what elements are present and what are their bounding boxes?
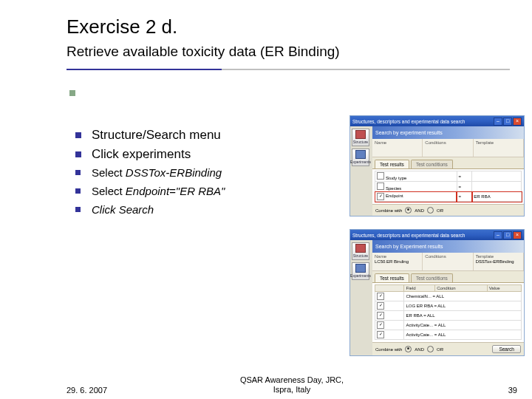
window-titlebar: Structures, descriptors and experimental… xyxy=(350,116,524,126)
minimize-icon: – xyxy=(494,231,502,239)
radio-or xyxy=(427,346,434,352)
radio-or xyxy=(427,207,434,214)
sidebar-structure: Structure xyxy=(352,242,369,260)
minimize-icon: – xyxy=(494,117,502,126)
list-item-emphasis: Click Search xyxy=(92,203,154,216)
tabstrip: Test results Test conditions xyxy=(372,271,524,282)
screenshot-2: Structures, descriptors and experimental… xyxy=(349,229,525,356)
tabstrip: Test results Test conditions xyxy=(372,157,524,168)
list-item-text: Select xyxy=(92,166,126,179)
grid-footer: Combine with AND OR Search xyxy=(372,342,524,355)
beaker-icon xyxy=(355,264,366,273)
tab-test-conditions: Test conditions xyxy=(411,160,453,168)
bullet-list-main: Structure/Search menu Click experiments xyxy=(74,127,303,163)
flask-icon xyxy=(355,130,366,139)
section-banner: Search by Experiment results xyxy=(372,240,524,253)
field-row: Name Conditions Template xyxy=(372,139,524,157)
highlighted-row: ✓Endpoint=ER RBA xyxy=(375,192,522,202)
list-item: Click Search xyxy=(74,202,303,216)
close-icon: × xyxy=(513,231,522,239)
tab-test-results: Test results xyxy=(375,160,409,168)
window-title: Structures, descriptors and experimental… xyxy=(352,233,465,238)
slide-subtitle: Retrieve available toxicity data (ER Bin… xyxy=(66,43,510,61)
footer-date: 29. 6. 2007 xyxy=(66,386,107,395)
flask-icon xyxy=(355,244,366,253)
search-button: Search xyxy=(492,345,521,353)
list-item-text: Select xyxy=(92,185,126,197)
window-title: Structures, descriptors and experimental… xyxy=(352,119,465,124)
list-item: Click experiments xyxy=(74,146,303,163)
sidebar: Structure Experiments xyxy=(350,126,372,216)
page-number: 39 xyxy=(508,386,517,395)
list-item-emphasis: DSSTox-ERBinding xyxy=(126,166,222,179)
radio-and xyxy=(405,207,412,214)
list-item: Structure/Search menu xyxy=(74,127,303,143)
maximize-icon: □ xyxy=(503,117,512,126)
list-item-emphasis: Endpoint="ER RBA" xyxy=(126,185,225,197)
footer-event: QSAR Awareness Day, JRC,Ispra, Italy xyxy=(203,375,381,395)
field-row: NameLC50.ER Binding Conditions TemplateD… xyxy=(372,253,524,271)
combine-label: Combine with xyxy=(375,208,402,213)
list-item: Select Endpoint="ER RBA" xyxy=(74,184,303,198)
results-grid: Study type= Species= ✓Endpoint=ER RBA xyxy=(372,168,524,204)
beaker-icon xyxy=(355,150,366,159)
radio-and xyxy=(405,346,412,352)
results-grid: FieldConditionValue ✓ChemicalN... = ALL … xyxy=(372,282,524,342)
decorative-square xyxy=(69,90,75,96)
sidebar: Structure Experiments xyxy=(350,240,372,355)
close-icon: × xyxy=(513,117,522,126)
section-banner: Search by experiment results xyxy=(372,126,524,139)
title-underline xyxy=(66,69,510,70)
tab-test-conditions: Test conditions xyxy=(411,273,453,282)
slide-title: Exercise 2 d. xyxy=(66,16,510,38)
sidebar-experiments: Experiments xyxy=(352,262,369,280)
sidebar-structure: Structure xyxy=(352,129,369,146)
tab-test-results: Test results xyxy=(375,273,409,282)
maximize-icon: □ xyxy=(503,231,512,239)
grid-footer: Combine with AND OR xyxy=(372,204,524,216)
list-item: Select DSSTox-ERBinding xyxy=(74,166,303,180)
bullet-list-secondary: Select DSSTox-ERBinding Select Endpoint=… xyxy=(74,166,303,217)
sidebar-experiments: Experiments xyxy=(352,149,369,166)
screenshot-1: Structures, descriptors and experimental… xyxy=(349,115,525,216)
combine-label: Combine with xyxy=(375,347,402,352)
window-titlebar: Structures, descriptors and experimental… xyxy=(350,230,524,240)
